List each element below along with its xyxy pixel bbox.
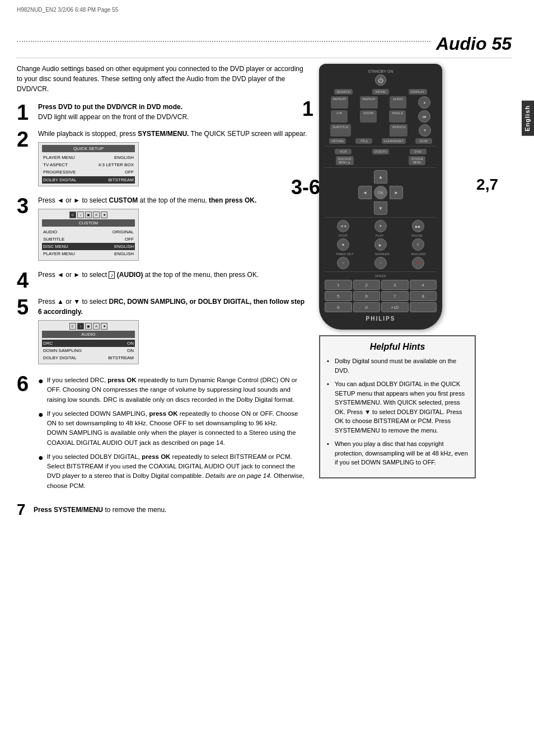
title-section: Audio 55 (17, 34, 512, 58)
up-skip-button[interactable]: ▲ (418, 96, 430, 109)
main-content: Audio 55 Change Audio settings based on … (17, 34, 512, 519)
step-6-number: 6 (17, 373, 35, 395)
stop-button[interactable]: ■ (337, 238, 349, 251)
remote-step-label-36: 3-6 (291, 176, 320, 199)
icon-video: ▣ (85, 212, 92, 218)
ok-button[interactable]: OK (374, 186, 387, 199)
skip-ch-button[interactable]: SKIP/CH (390, 124, 407, 137)
num-5[interactable]: 5 (325, 291, 352, 301)
repeat-ab-button[interactable]: REPEAT (331, 96, 349, 109)
num-3[interactable]: 3 (381, 280, 409, 290)
num-8[interactable]: 8 (410, 291, 437, 301)
timer-set-button[interactable]: ○ (337, 257, 349, 269)
subtitle-button[interactable]: SUBTITLE (330, 124, 351, 137)
row-menus: DISC/VCRMENU ▲ SYSTEMMENU (325, 156, 437, 165)
screen2-row3: DISC MENUENGLISH (42, 243, 135, 250)
step-4-number: 4 (17, 270, 35, 291)
transport-labels-1: STOP PLAY PAUSE (325, 234, 437, 237)
system-menu-button[interactable]: SYSTEMMENU (409, 156, 425, 165)
icon-lang: A (93, 212, 100, 218)
num-7[interactable]: 7 (381, 291, 409, 301)
mode-section: VCR VCR/TV DVD DISC/VCRMENU ▲ SYSTEMMENU (325, 146, 437, 165)
zoom-button[interactable]: ZOOM (360, 110, 377, 123)
repeat-button[interactable]: REPEAT (360, 96, 378, 109)
step-3-text: Press ◄ or ► to select CUSTOM at the top… (38, 195, 308, 205)
step-6-bullet-3-text: If you selected DOLBY DIGITAL, press OK … (47, 452, 308, 491)
marker-button[interactable]: ○ (374, 257, 387, 269)
icon3-lang: A (93, 323, 100, 330)
dpad-left[interactable]: ◄ (358, 186, 372, 199)
intro-text: Change Audio settings based on other equ… (17, 64, 308, 94)
dpad-right[interactable]: ► (390, 186, 403, 199)
row-transport-2: ■ ▶ II (325, 238, 437, 251)
dvd-button[interactable]: DVD (410, 149, 427, 154)
d-pad: ▲ ▼ ◄ ► OK (358, 170, 403, 215)
step-6-bullet-3: ● If you selected DOLBY DIGITAL, press O… (38, 452, 308, 491)
screen1-row2: TV ASPECT4:3 LETTER BOX (42, 161, 135, 168)
vcr-button[interactable]: VCR (335, 149, 352, 154)
screen3-row3: DOLBY DIGITALBITSTREAM (42, 354, 135, 361)
step-2: 2 While playback is stopped, press SYSTE… (17, 129, 308, 190)
disc-vcr-menu-button[interactable]: DISC/VCRMENU ▲ (336, 156, 354, 165)
hint-item-3: When you play a disc that has copyright … (327, 439, 468, 467)
row-repeat-audio: REPEAT REPEAT AUDIO ▲ (325, 96, 437, 109)
mode-button[interactable]: MODE (372, 89, 389, 95)
num-1[interactable]: 1 (325, 280, 352, 290)
speed-text: SPEED (375, 274, 386, 278)
step-5-content: Press ▲ or ▼ to select DRC, DOWN SAMPLIN… (38, 297, 308, 368)
step-3-number: 3 (17, 195, 35, 217)
standby-button[interactable]: ⏻ (375, 74, 386, 86)
num-2[interactable]: 2 (353, 280, 381, 290)
num-9[interactable]: 9 (325, 302, 352, 312)
record-button[interactable]: ● (412, 257, 424, 269)
helpful-hints-box: Helpful Hints Dolby Digital sound must b… (319, 335, 476, 478)
icon-rate: ★ (101, 212, 107, 218)
clear-reset-button[interactable]: CLEAR/RESET (382, 138, 406, 144)
step-7: 7 Press SYSTEM/MENU to remove the menu. (17, 501, 308, 519)
vcr-tv-button[interactable]: VCR/TV (372, 149, 389, 154)
title-button[interactable]: TITLE (355, 138, 372, 144)
skip-fwd-button[interactable]: ⏭ (418, 110, 430, 123)
remote-with-labels: 1 3-6 2,7 STANDBY·ON ⏻ SEARCH MODE DISPL… (319, 64, 476, 330)
screen1-row3: PROGRESSIVEOFF (42, 168, 135, 176)
remote-step-label-1: 1 (302, 97, 313, 121)
step-7-text: Press SYSTEM/MENU to remove the menu. (34, 505, 166, 515)
num-0[interactable]: 0 (353, 302, 381, 312)
slow-button[interactable]: SLOW (415, 138, 432, 144)
search-button[interactable]: SEARCH (334, 89, 353, 95)
rewind-button[interactable]: ◄◄ (337, 220, 349, 232)
ffwd-button[interactable]: ▶▶ (412, 220, 424, 232)
num-6[interactable]: 6 (353, 291, 381, 301)
screen3-row2: DOWN SAMPLINGON (42, 347, 135, 354)
step-6-bullet-2-text: If you selected DOWN SAMPLING, press OK … (47, 409, 308, 448)
step-2-prefix: While playback is stopped, press (38, 130, 138, 138)
play-button[interactable]: ▶ (374, 238, 387, 251)
label-stop: STOP (339, 234, 348, 237)
philips-logo: PHILIPS (325, 316, 437, 324)
step-7-normal: to remove the menu. (105, 506, 166, 514)
speed-label: SPEED (325, 274, 437, 278)
audio-button[interactable]: AUDIO (390, 96, 406, 109)
angle-button[interactable]: ANGLE (389, 110, 406, 123)
down-nav-button[interactable]: ▼ (374, 220, 387, 232)
step-3-content: Press ◄ or ► to select CUSTOM at the top… (38, 195, 308, 264)
bullet-dot-3: ● (38, 453, 44, 491)
step-2-number: 2 (17, 129, 35, 150)
step-4-content: Press ◄ or ► to select ♪ (AUDIO) at the … (38, 270, 308, 280)
num-plus10[interactable]: +10 (381, 302, 409, 312)
down-skip-button[interactable]: ▼ (419, 124, 431, 137)
screen-quick-setup: QUICK SETUP PLAYER MENUENGLISH TV ASPECT… (38, 142, 139, 186)
display-button[interactable]: DISPLAY (409, 89, 427, 95)
num-4[interactable]: 4 (410, 280, 437, 290)
step-1-content: Press DVD to put the DVD/VCR in DVD mode… (38, 102, 308, 122)
hint-item-1: Dolby Digital sound must be available on… (327, 356, 468, 375)
return-button[interactable]: RETURN (329, 138, 346, 144)
icon3-custom: C (69, 323, 76, 330)
ab-button[interactable]: A·B (331, 110, 348, 123)
page-title: Audio 55 (436, 34, 512, 54)
transport-labels-2: TIMER SET MARKER RECORD (325, 252, 437, 256)
step-6-content: ● If you selected DRC, press OK repeated… (38, 375, 308, 495)
pause-button[interactable]: II (412, 238, 424, 251)
dpad-up[interactable]: ▲ (374, 170, 387, 184)
dpad-down[interactable]: ▼ (374, 201, 387, 215)
